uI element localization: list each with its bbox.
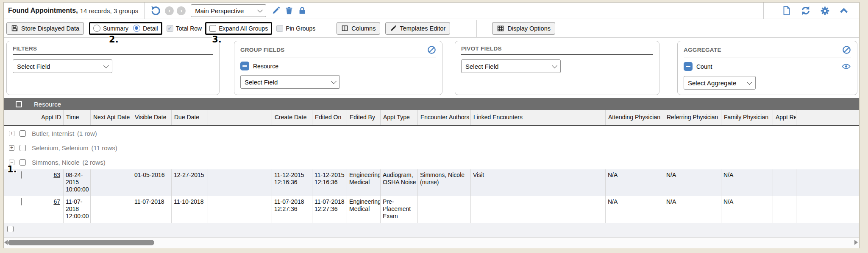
group-row: +Butler, Internist(1 row): [4, 126, 859, 141]
perspective-select[interactable]: Main Perspective: [191, 4, 266, 17]
expand-group-icon[interactable]: +: [9, 145, 14, 151]
display-options-button[interactable]: Display Options: [492, 22, 555, 35]
annotation-box-3: Expand All Groups 3.: [205, 22, 272, 35]
clear-groups-icon[interactable]: [427, 45, 436, 54]
column-header-appt_re[interactable]: Appt Re: [773, 110, 796, 125]
aggregate-panel: AGGREGATE Count Select Aggregate: [677, 41, 857, 95]
group-checkbox[interactable]: [19, 145, 26, 151]
cell-gap1: [208, 169, 272, 196]
remove-aggregate-icon[interactable]: [684, 62, 693, 71]
appt-id-link[interactable]: 63: [53, 171, 60, 178]
summary-radio[interactable]: [93, 25, 100, 32]
cell-linked_encounters: [471, 196, 606, 223]
clear-aggregate-icon[interactable]: [842, 45, 851, 54]
cell-encounter_authors: Simmons, Nicole (nurse): [418, 169, 471, 196]
column-header-attending_physician[interactable]: Attending Physician: [606, 110, 664, 125]
undo-icon[interactable]: [150, 5, 161, 16]
scroll-right-icon[interactable]: [854, 240, 858, 245]
group-row-count: (11 rows): [91, 144, 117, 152]
collapse-up-icon[interactable]: [839, 6, 849, 16]
pencil-icon[interactable]: [271, 6, 281, 15]
column-header-due_date[interactable]: Due Date: [172, 110, 208, 125]
cell-gap2: [796, 196, 857, 223]
group-fields-title: GROUP FIELDS: [240, 47, 285, 53]
select-all-checkbox[interactable]: [16, 101, 22, 107]
perspective-value: Main Perspective: [195, 7, 244, 14]
cell-referring_physician: N/A: [664, 169, 721, 196]
new-document-icon[interactable]: [782, 6, 792, 16]
column-header-encounter_authors[interactable]: Encounter Authors: [418, 110, 471, 125]
detail-label: Detail: [143, 25, 158, 32]
refresh-icon[interactable]: [800, 5, 811, 16]
column-header-next_apt_date[interactable]: Next Apt Date: [91, 110, 132, 125]
collapse-group-icon[interactable]: −: [9, 160, 14, 165]
cell-edited_by: Engineering, Medical: [347, 169, 381, 196]
appt-id-link[interactable]: 67: [53, 198, 60, 205]
column-header-edited_by[interactable]: Edited By: [347, 110, 381, 125]
store-displayed-data-button[interactable]: Store Displayed Data: [6, 22, 84, 35]
toolbar-divider: [476, 20, 477, 37]
page: { "header": { "title": "Found Appointmen…: [0, 0, 868, 253]
footer-row: [4, 223, 859, 237]
pin-groups-checkbox[interactable]: [276, 25, 283, 32]
cell-appt_type: Pre-Placement Exam: [381, 196, 418, 223]
total-row-checkbox[interactable]: [167, 25, 173, 32]
page-title: Found Appointments,: [8, 7, 78, 14]
cell-expander: [4, 169, 19, 196]
gear-icon[interactable]: [820, 6, 830, 16]
column-header-select: [19, 110, 38, 125]
pivot-fields-title: PIVOT FIELDS: [461, 45, 502, 52]
group-fields-select[interactable]: Select Field: [240, 75, 340, 89]
horizontal-scrollbar[interactable]: [4, 237, 859, 248]
aggregate-count: Count: [684, 62, 851, 71]
cell-gap1: [208, 196, 272, 223]
cell-edited_by: Engineering, Medical: [347, 196, 381, 223]
column-header-appt_id[interactable]: Appt ID: [38, 110, 64, 125]
results-grid: Resource Appt IDTimeNext Apt DateVisible…: [4, 98, 859, 248]
group-checkbox[interactable]: [19, 130, 26, 137]
eye-icon[interactable]: [841, 62, 851, 71]
prev-circle-icon[interactable]: ‹: [165, 6, 174, 15]
grid-icon: [497, 25, 504, 32]
trash-icon[interactable]: [284, 6, 294, 15]
footer-checkbox[interactable]: [7, 226, 14, 232]
column-header-edited_on[interactable]: Edited On: [312, 110, 347, 125]
expand-all-groups-checkbox[interactable]: [209, 25, 216, 32]
lock-icon[interactable]: [298, 6, 307, 15]
cell-create_date: 11-12-2015 12:16:36: [272, 169, 312, 196]
scrollbar-thumb[interactable]: [8, 240, 154, 245]
column-header-visible_date[interactable]: Visible Date: [132, 110, 172, 125]
group-name: Butler, Internist: [32, 130, 74, 137]
cell-attending_physician: N/A: [606, 169, 664, 196]
next-circle-icon[interactable]: ›: [177, 6, 186, 15]
row-checkbox[interactable]: [21, 171, 22, 179]
group-field-label: Resource: [253, 63, 278, 70]
column-header-time[interactable]: Time: [64, 110, 91, 125]
column-header-appt_type[interactable]: Appt Type: [381, 110, 418, 125]
group-name: Simmons, Nicole: [32, 159, 80, 166]
field-panels: FILTERS Select Field GROUP FIELDS Resour…: [4, 38, 859, 98]
aggregate-label: Count: [696, 63, 712, 70]
column-header-create_date[interactable]: Create Date: [272, 110, 312, 125]
cell-appt_id: 67: [38, 196, 64, 223]
aggregate-select[interactable]: Select Aggregate: [684, 76, 756, 90]
column-header-linked_encounters[interactable]: Linked Encounters: [471, 110, 606, 125]
record-count: 14 records, 3 groups: [80, 7, 139, 14]
column-header-row: Appt IDTimeNext Apt DateVisible DateDue …: [4, 110, 859, 126]
column-header-family_physician[interactable]: Family Physician: [721, 110, 773, 125]
cell-gap2: [796, 169, 857, 196]
scroll-left-icon[interactable]: [4, 240, 8, 245]
row-checkbox[interactable]: [21, 198, 22, 205]
pivot-fields-select[interactable]: Select Field: [461, 59, 561, 73]
templates-editor-button[interactable]: Templates Editor: [385, 22, 450, 35]
remove-group-field-icon[interactable]: [240, 62, 249, 70]
expand-group-icon[interactable]: +: [9, 131, 14, 136]
group-checkbox[interactable]: [19, 159, 26, 166]
cell-family_physician: N/A: [721, 196, 773, 223]
column-header-referring_physician[interactable]: Referring Physician: [664, 110, 721, 125]
columns-button[interactable]: Columns: [337, 22, 380, 35]
cell-appt_id: 63: [38, 169, 64, 196]
filters-panel: FILTERS Select Field: [6, 41, 220, 95]
filters-select[interactable]: Select Field: [13, 59, 112, 73]
detail-radio[interactable]: [133, 25, 140, 32]
